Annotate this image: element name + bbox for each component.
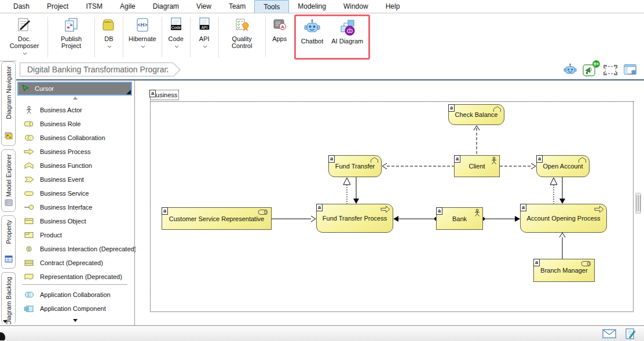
menu-dash[interactable]: Dash — [5, 0, 38, 13]
node-branch-manager[interactable]: a Branch Manager — [533, 259, 595, 282]
palette-item-business-service[interactable]: Business Service — [16, 186, 134, 200]
hibernate-icon: <H> — [134, 16, 151, 35]
node-fund-transfer[interactable]: a Fund Transfer — [328, 155, 382, 177]
menu-agile[interactable]: Agile — [111, 0, 144, 13]
db-button[interactable]: DB — [96, 14, 122, 60]
menu-window[interactable]: Window — [335, 0, 377, 13]
ai-diagram-button[interactable]: AI Diagram — [327, 16, 367, 58]
palette-item-business-role[interactable]: Business Role — [16, 117, 134, 131]
business-role-icon — [23, 120, 35, 127]
node-client[interactable]: a Client — [454, 155, 500, 177]
contract-icon — [23, 259, 35, 266]
svg-text:A: A — [281, 24, 284, 30]
tab-property[interactable]: Property — [1, 215, 16, 269]
palette-item-business-collaboration[interactable]: Business Collaboration — [16, 131, 134, 145]
tab-diagram-backlog[interactable]: Diagram Backlog — [1, 272, 16, 324]
edit-note-icon[interactable] — [624, 328, 636, 341]
chatbot-button[interactable]: Chatbot — [297, 16, 328, 58]
dropdown-chevron-icon — [107, 42, 112, 49]
palette-item-application-collaboration[interactable]: Application Collaboration — [16, 288, 134, 302]
side-tab-strip: Diagram Navigator Model Explorer Propert… — [0, 61, 16, 325]
palette-item-business-event[interactable]: Business Event — [16, 173, 134, 186]
group-label-business[interactable]: a Business — [150, 90, 179, 100]
whats-new-badge: 9+ — [592, 60, 600, 68]
hibernate-button[interactable]: <H> Hibernate — [125, 14, 160, 60]
palette-item-product[interactable]: Product — [16, 228, 134, 242]
menu-help[interactable]: Help — [377, 0, 409, 13]
archimate-badge: a — [454, 155, 460, 163]
palette-item-business-function[interactable]: Business Function — [16, 159, 134, 173]
publish-project-button[interactable]: Publish Project — [49, 14, 93, 60]
node-account-opening-process[interactable]: a Account Opening Process — [520, 204, 607, 233]
palette-divider — [22, 284, 127, 285]
db-icon — [100, 16, 118, 35]
palette-item-contract[interactable]: Contract (Deprecated) — [16, 256, 134, 270]
whats-new-icon[interactable]: 9+ — [583, 63, 598, 80]
app-window: { "menu": { "items": [ {"label":"Dash"},… — [0, 0, 644, 341]
apps-icon: A — [271, 16, 288, 35]
code-button[interactable]: Code Code — [163, 14, 189, 60]
quality-control-icon — [233, 16, 251, 35]
property-icon — [4, 255, 13, 266]
doc-composer-button[interactable]: Doc. Composer — [2, 14, 46, 60]
menu-bar: Dash Project ITSM Agile Diagram View Tea… — [0, 0, 644, 13]
menu-tools[interactable]: Tools — [254, 0, 289, 13]
business-interaction-icon — [23, 245, 35, 252]
menu-view[interactable]: View — [188, 0, 220, 13]
toolbar-separator — [123, 17, 123, 57]
archimate-badge: a — [316, 204, 323, 211]
tab-model-explorer[interactable]: Model Explorer — [1, 149, 16, 212]
menu-diagram[interactable]: Diagram — [144, 0, 188, 13]
business-service-icon — [23, 190, 35, 197]
chatbot-header-icon[interactable] — [563, 63, 577, 79]
toolbar-separator — [218, 17, 219, 57]
toolbar-separator — [94, 17, 95, 57]
toolbar-separator — [162, 17, 162, 57]
palette-item-application-component[interactable]: Application Component — [16, 302, 134, 316]
palette-item-business-interaction[interactable]: Business Interaction (Deprecated) — [16, 242, 134, 256]
cursor-icon — [22, 85, 30, 93]
marquee-select-icon[interactable] — [603, 64, 618, 79]
application-component-icon — [23, 305, 35, 313]
api-button[interactable]: API API — [192, 14, 217, 60]
palette-scroll-down[interactable] — [16, 319, 134, 322]
business-actor-icon — [23, 106, 35, 114]
node-check-balance[interactable]: a Check Balance — [448, 104, 504, 125]
business-actor-type-icon — [474, 209, 480, 218]
archimate-badge: a — [536, 155, 543, 163]
menu-modeling[interactable]: Modeling — [289, 0, 335, 13]
business-role-type-icon — [581, 261, 592, 268]
strip-overflow-icon[interactable] — [3, 320, 8, 323]
breadcrumb[interactable]: Digital Banking Transformation Program — [20, 63, 173, 76]
diagram-header: Digital Banking Transformation Program 9… — [16, 60, 644, 80]
diagram-canvas[interactable]: a Business a Check Balance a Fund — [136, 80, 644, 325]
menu-project[interactable]: Project — [38, 0, 77, 13]
business-interface-icon — [23, 204, 35, 211]
panel-splitter-grip[interactable] — [635, 193, 641, 214]
menu-team[interactable]: Team — [220, 0, 254, 13]
node-open-account[interactable]: a Open Account — [536, 155, 590, 177]
palette-item-business-interface[interactable]: Business Interface — [16, 200, 134, 214]
mail-icon[interactable] — [602, 329, 616, 341]
quality-control-button[interactable]: Quality Control — [220, 14, 264, 60]
tab-diagram-navigator[interactable]: Diagram Navigator — [1, 61, 16, 146]
node-bank[interactable]: a Bank — [436, 207, 483, 230]
layout-panel-icon[interactable] — [623, 63, 638, 79]
node-customer-service-representative[interactable]: a Customer Service Representative — [162, 207, 272, 230]
palette-scroll-up[interactable] — [16, 97, 134, 100]
palette-item-representation[interactable]: Representation (Deprecated) — [16, 270, 134, 284]
palette-item-business-process[interactable]: Business Process — [16, 145, 134, 159]
palette-item-business-object[interactable]: Business Object — [16, 214, 134, 228]
node-fund-transfer-process[interactable]: a Fund Transfer Process — [316, 204, 393, 233]
ai-diagram-icon — [338, 18, 357, 38]
palette-item-business-actor[interactable]: Business Actor — [16, 103, 134, 117]
svg-text:<H>: <H> — [137, 22, 147, 28]
apps-button[interactable]: A Apps — [267, 14, 292, 60]
status-bar — [0, 325, 644, 341]
dropdown-chevron-icon — [141, 42, 145, 49]
archimate-badge: a — [162, 207, 168, 215]
model-explorer-icon — [4, 199, 13, 209]
business-function-type-icon — [578, 157, 587, 164]
menu-itsm[interactable]: ITSM — [77, 0, 111, 13]
palette-cursor-tool[interactable]: Cursor — [17, 82, 132, 96]
